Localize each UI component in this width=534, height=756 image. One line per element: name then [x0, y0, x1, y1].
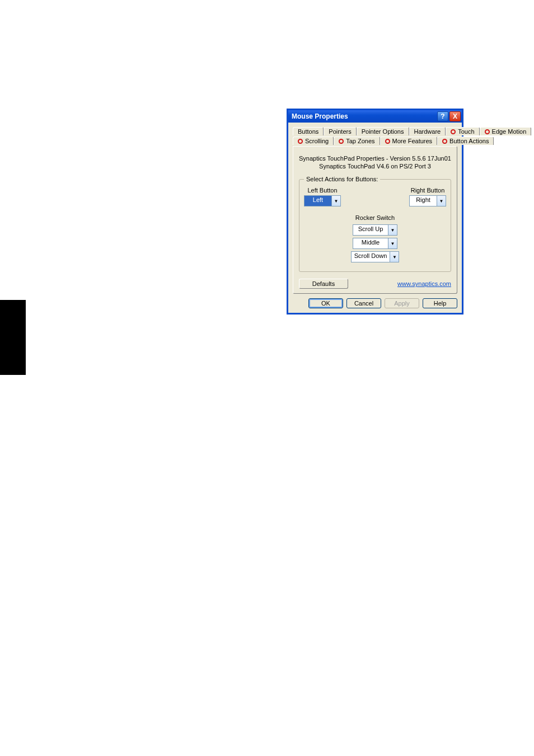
- sidebar-black-strip: [0, 300, 26, 375]
- left-button-label: Left Button: [304, 187, 341, 194]
- rocker-down-select[interactable]: Scroll Down ▼: [351, 251, 400, 262]
- tab-touch[interactable]: Touch: [446, 127, 479, 135]
- titlebar-close-button[interactable]: X: [449, 111, 461, 121]
- rocker-switch-label: Rocker Switch: [304, 214, 446, 221]
- tab-label: Touch: [458, 128, 474, 135]
- synaptics-ring-icon: [298, 139, 303, 144]
- ok-button[interactable]: OK: [308, 298, 343, 308]
- titlebar[interactable]: Mouse Properties ? X: [288, 110, 462, 123]
- chevron-down-icon: ▼: [388, 225, 397, 235]
- tab-tap-zones[interactable]: Tap Zones: [334, 137, 380, 145]
- chevron-down-icon: ▼: [388, 238, 397, 248]
- tab-label: Edge Motion: [492, 128, 527, 135]
- close-icon: X: [453, 112, 457, 120]
- titlebar-help-button[interactable]: ?: [437, 111, 448, 121]
- right-button-select[interactable]: Right ▼: [409, 195, 446, 206]
- chevron-down-icon: ▼: [437, 196, 446, 206]
- tabs: Buttons Pointers Pointer Options Hardwar…: [293, 127, 457, 146]
- rocker-mid-select[interactable]: Middle ▼: [353, 238, 397, 249]
- chevron-down-icon: ▼: [390, 252, 399, 262]
- tab-label: Buttons: [298, 128, 318, 135]
- rocker-row: Rocker Switch Scroll Up ▼ Middle ▼: [304, 206, 446, 264]
- tab-hardware[interactable]: Hardware: [409, 127, 446, 135]
- synaptics-ring-icon: [442, 139, 447, 144]
- tab-label: Pointer Options: [362, 128, 404, 135]
- rocker-down-value: Scroll Down: [352, 252, 390, 262]
- tab-label: Pointers: [329, 128, 351, 135]
- right-button-col: Right Button Right ▼: [409, 187, 446, 206]
- rocker-col: Rocker Switch Scroll Up ▼ Middle ▼: [304, 206, 446, 264]
- tab-label: Tap Zones: [346, 138, 374, 144]
- rocker-up-value: Scroll Up: [353, 225, 388, 235]
- chevron-down-icon: ▼: [331, 196, 340, 206]
- help-button[interactable]: Help: [423, 298, 457, 308]
- tab-label: Hardware: [414, 128, 441, 135]
- synaptics-ring-icon: [451, 129, 456, 134]
- group-legend: Select Actions for Buttons:: [304, 176, 380, 182]
- dialog-body: Buttons Pointers Pointer Options Hardwar…: [288, 123, 462, 313]
- tab-content: Synaptics TouchPad Properties - Version …: [293, 146, 457, 294]
- tab-label: Scrolling: [305, 138, 329, 144]
- titlebar-title: Mouse Properties: [292, 112, 348, 120]
- synaptics-ring-icon: [485, 129, 490, 134]
- version-line-2: Synaptics TouchPad V4.6 on PS/2 Port 3: [299, 162, 451, 170]
- apply-button[interactable]: Apply: [385, 298, 419, 308]
- synaptics-ring-icon: [339, 139, 344, 144]
- rocker-mid-value: Middle: [353, 238, 388, 248]
- tab-pointer-options[interactable]: Pointer Options: [357, 127, 409, 135]
- right-button-value: Right: [410, 196, 437, 206]
- synaptics-ring-icon: [385, 139, 390, 144]
- mouse-properties-dialog: Mouse Properties ? X Buttons Pointers Po…: [287, 109, 463, 314]
- button-row: Left Button Left ▼ Right Button Right ▼: [304, 187, 446, 206]
- bottom-row: Defaults www.synaptics.com: [299, 279, 451, 289]
- rocker-up-select[interactable]: Scroll Up ▼: [353, 224, 397, 236]
- dialog-button-row: OK Cancel Apply Help: [293, 294, 457, 308]
- version-info: Synaptics TouchPad Properties - Version …: [299, 154, 451, 170]
- tab-row-2: Scrolling Tap Zones More Features Button…: [293, 137, 494, 145]
- defaults-button[interactable]: Defaults: [299, 279, 348, 289]
- tab-row-1: Buttons Pointers Pointer Options Hardwar…: [293, 127, 531, 135]
- left-button-select[interactable]: Left ▼: [304, 195, 341, 206]
- tab-button-actions[interactable]: Button Actions: [437, 137, 494, 145]
- tab-pointers[interactable]: Pointers: [324, 127, 356, 135]
- tab-more-features[interactable]: More Features: [380, 137, 438, 145]
- version-line-1: Synaptics TouchPad Properties - Version …: [299, 154, 451, 162]
- cancel-button[interactable]: Cancel: [346, 298, 381, 308]
- tab-label: More Features: [392, 138, 433, 144]
- tab-scrolling[interactable]: Scrolling: [293, 137, 334, 145]
- right-button-label: Right Button: [409, 187, 446, 194]
- help-icon: ?: [441, 112, 444, 120]
- tab-buttons[interactable]: Buttons: [293, 127, 324, 135]
- tab-label: Button Actions: [449, 138, 489, 144]
- tab-edge-motion[interactable]: Edge Motion: [480, 127, 532, 135]
- select-actions-group: Select Actions for Buttons: Left Button …: [299, 176, 451, 272]
- synaptics-link[interactable]: www.synaptics.com: [397, 280, 451, 287]
- left-button-value: Left: [305, 196, 331, 206]
- left-button-col: Left Button Left ▼: [304, 187, 341, 206]
